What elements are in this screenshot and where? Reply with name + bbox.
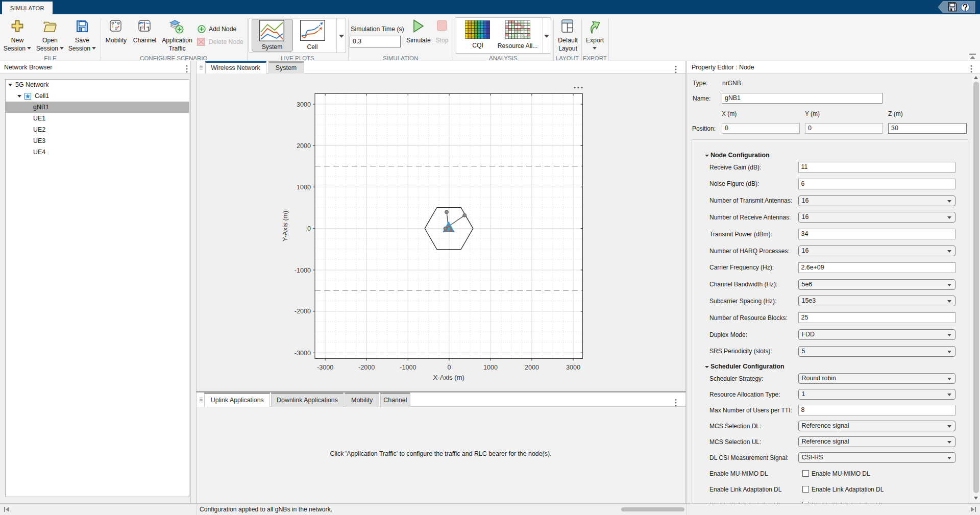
svg-text:Y-Axis (m): Y-Axis (m) (281, 211, 289, 241)
svg-text:-2000: -2000 (294, 308, 310, 315)
svg-text:0: 0 (447, 364, 451, 371)
svg-text:3000: 3000 (566, 364, 580, 371)
svg-text:1000: 1000 (296, 184, 310, 191)
svg-text:-1000: -1000 (400, 364, 416, 371)
svg-text:3000: 3000 (296, 101, 310, 108)
svg-text:-2000: -2000 (358, 364, 375, 371)
svg-text:-3000: -3000 (294, 350, 310, 357)
svg-text:1000: 1000 (483, 364, 498, 371)
svg-text:-1000: -1000 (294, 267, 310, 274)
svg-text:-3000: -3000 (316, 364, 333, 371)
svg-text:X-Axis (m): X-Axis (m) (433, 374, 464, 381)
svg-text:0: 0 (307, 225, 310, 232)
svg-text:2000: 2000 (296, 142, 310, 150)
svg-text:2000: 2000 (524, 364, 538, 371)
